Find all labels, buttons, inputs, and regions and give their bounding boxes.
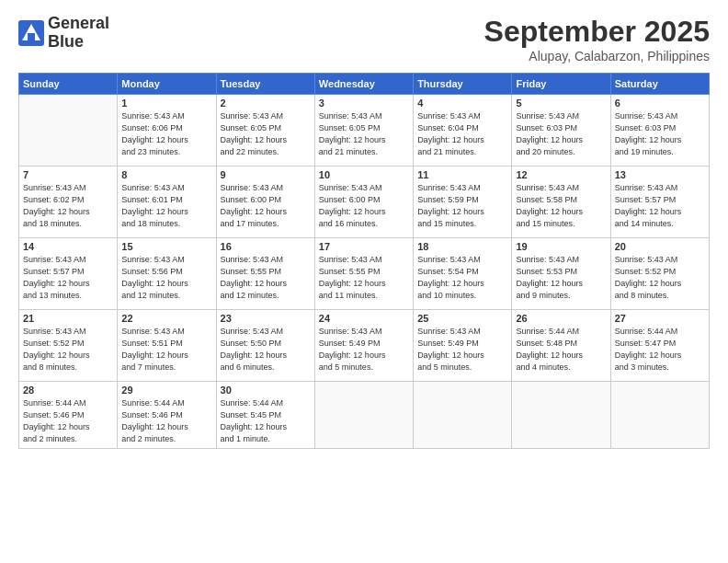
day-number: 20 xyxy=(615,241,705,252)
day-number: 29 xyxy=(121,385,211,396)
day-number: 30 xyxy=(221,385,311,396)
day-number: 4 xyxy=(417,98,507,109)
calendar-cell: 1Sunrise: 5:43 AM Sunset: 6:06 PM Daylig… xyxy=(118,95,216,167)
day-info: Sunrise: 5:43 AM Sunset: 5:57 PM Dayligh… xyxy=(23,254,113,302)
weekday-header-row: SundayMondayTuesdayWednesdayThursdayFrid… xyxy=(19,74,710,95)
day-number: 13 xyxy=(615,169,705,180)
calendar-cell: 3Sunrise: 5:43 AM Sunset: 6:05 PM Daylig… xyxy=(314,95,413,167)
weekday-header: Saturday xyxy=(610,74,709,95)
day-number: 2 xyxy=(221,98,311,109)
calendar-cell: 21Sunrise: 5:43 AM Sunset: 5:52 PM Dayli… xyxy=(19,310,118,382)
calendar-cell: 20Sunrise: 5:43 AM Sunset: 5:52 PM Dayli… xyxy=(610,238,709,310)
month-title: September 2025 xyxy=(484,15,710,49)
calendar-cell: 13Sunrise: 5:43 AM Sunset: 5:57 PM Dayli… xyxy=(610,167,709,238)
weekday-header: Wednesday xyxy=(314,74,413,95)
weekday-header: Friday xyxy=(512,74,610,95)
calendar-cell: 11Sunrise: 5:43 AM Sunset: 5:59 PM Dayli… xyxy=(414,167,512,238)
day-info: Sunrise: 5:44 AM Sunset: 5:46 PM Dayligh… xyxy=(23,397,113,445)
calendar-cell: 27Sunrise: 5:44 AM Sunset: 5:47 PM Dayli… xyxy=(610,310,709,382)
day-info: Sunrise: 5:44 AM Sunset: 5:46 PM Dayligh… xyxy=(121,397,211,445)
day-info: Sunrise: 5:43 AM Sunset: 5:49 PM Dayligh… xyxy=(319,326,409,373)
logo: General Blue xyxy=(18,15,109,52)
day-info: Sunrise: 5:43 AM Sunset: 6:06 PM Dayligh… xyxy=(121,110,211,158)
calendar-cell xyxy=(512,382,610,449)
day-info: Sunrise: 5:43 AM Sunset: 6:05 PM Dayligh… xyxy=(319,110,409,158)
calendar-table: SundayMondayTuesdayWednesdayThursdayFrid… xyxy=(18,73,710,449)
day-info: Sunrise: 5:44 AM Sunset: 5:45 PM Dayligh… xyxy=(221,397,311,445)
calendar-cell: 10Sunrise: 5:43 AM Sunset: 6:00 PM Dayli… xyxy=(314,167,413,238)
day-info: Sunrise: 5:43 AM Sunset: 5:59 PM Dayligh… xyxy=(417,182,507,230)
day-info: Sunrise: 5:43 AM Sunset: 5:56 PM Dayligh… xyxy=(121,254,211,302)
logo-text: General Blue xyxy=(48,15,109,52)
day-info: Sunrise: 5:43 AM Sunset: 5:50 PM Dayligh… xyxy=(221,326,311,373)
logo-icon xyxy=(18,20,44,46)
day-number: 12 xyxy=(516,169,606,180)
day-info: Sunrise: 5:43 AM Sunset: 6:00 PM Dayligh… xyxy=(221,182,311,230)
day-info: Sunrise: 5:43 AM Sunset: 5:55 PM Dayligh… xyxy=(221,254,311,302)
day-info: Sunrise: 5:43 AM Sunset: 5:57 PM Dayligh… xyxy=(615,182,705,230)
day-number: 25 xyxy=(417,313,507,324)
weekday-header: Monday xyxy=(118,74,216,95)
day-info: Sunrise: 5:43 AM Sunset: 6:03 PM Dayligh… xyxy=(615,110,705,158)
day-number: 21 xyxy=(23,313,113,324)
day-number: 26 xyxy=(516,313,606,324)
calendar-cell: 17Sunrise: 5:43 AM Sunset: 5:55 PM Dayli… xyxy=(314,238,413,310)
weekday-header: Sunday xyxy=(19,74,118,95)
calendar-cell: 26Sunrise: 5:44 AM Sunset: 5:48 PM Dayli… xyxy=(512,310,610,382)
day-info: Sunrise: 5:43 AM Sunset: 5:53 PM Dayligh… xyxy=(516,254,606,302)
calendar-cell: 5Sunrise: 5:43 AM Sunset: 6:03 PM Daylig… xyxy=(512,95,610,167)
day-number: 16 xyxy=(221,241,311,252)
day-number: 14 xyxy=(23,241,113,252)
day-info: Sunrise: 5:43 AM Sunset: 6:04 PM Dayligh… xyxy=(417,110,507,158)
calendar-cell: 16Sunrise: 5:43 AM Sunset: 5:55 PM Dayli… xyxy=(216,238,314,310)
day-info: Sunrise: 5:43 AM Sunset: 6:02 PM Dayligh… xyxy=(23,182,113,230)
day-number: 6 xyxy=(615,98,705,109)
title-block: September 2025 Alupay, Calabarzon, Phili… xyxy=(484,15,710,63)
calendar-cell: 22Sunrise: 5:43 AM Sunset: 5:51 PM Dayli… xyxy=(118,310,216,382)
calendar-week-row: 28Sunrise: 5:44 AM Sunset: 5:46 PM Dayli… xyxy=(19,382,710,449)
calendar-cell: 6Sunrise: 5:43 AM Sunset: 6:03 PM Daylig… xyxy=(610,95,709,167)
weekday-header: Tuesday xyxy=(216,74,314,95)
day-info: Sunrise: 5:43 AM Sunset: 5:55 PM Dayligh… xyxy=(319,254,409,302)
calendar-cell: 18Sunrise: 5:43 AM Sunset: 5:54 PM Dayli… xyxy=(414,238,512,310)
calendar-cell xyxy=(19,95,118,167)
day-info: Sunrise: 5:43 AM Sunset: 5:52 PM Dayligh… xyxy=(615,254,705,302)
day-info: Sunrise: 5:44 AM Sunset: 5:47 PM Dayligh… xyxy=(615,326,705,373)
location-title: Alupay, Calabarzon, Philippines xyxy=(484,49,710,63)
day-info: Sunrise: 5:43 AM Sunset: 6:00 PM Dayligh… xyxy=(319,182,409,230)
calendar-cell: 24Sunrise: 5:43 AM Sunset: 5:49 PM Dayli… xyxy=(314,310,413,382)
calendar-cell: 15Sunrise: 5:43 AM Sunset: 5:56 PM Dayli… xyxy=(118,238,216,310)
calendar-cell: 14Sunrise: 5:43 AM Sunset: 5:57 PM Dayli… xyxy=(19,238,118,310)
day-number: 17 xyxy=(319,241,409,252)
day-number: 19 xyxy=(516,241,606,252)
day-number: 5 xyxy=(516,98,606,109)
day-info: Sunrise: 5:43 AM Sunset: 6:03 PM Dayligh… xyxy=(516,110,606,158)
calendar-cell: 30Sunrise: 5:44 AM Sunset: 5:45 PM Dayli… xyxy=(216,382,314,449)
calendar-cell xyxy=(314,382,413,449)
day-info: Sunrise: 5:44 AM Sunset: 5:48 PM Dayligh… xyxy=(516,326,606,373)
day-number: 10 xyxy=(319,169,409,180)
day-number: 1 xyxy=(121,98,211,109)
calendar-cell: 12Sunrise: 5:43 AM Sunset: 5:58 PM Dayli… xyxy=(512,167,610,238)
calendar-cell xyxy=(610,382,709,449)
day-number: 22 xyxy=(121,313,211,324)
day-number: 27 xyxy=(615,313,705,324)
calendar-cell: 7Sunrise: 5:43 AM Sunset: 6:02 PM Daylig… xyxy=(19,167,118,238)
calendar-cell: 19Sunrise: 5:43 AM Sunset: 5:53 PM Dayli… xyxy=(512,238,610,310)
day-number: 23 xyxy=(221,313,311,324)
calendar-cell: 28Sunrise: 5:44 AM Sunset: 5:46 PM Dayli… xyxy=(19,382,118,449)
day-number: 28 xyxy=(23,385,113,396)
calendar-week-row: 21Sunrise: 5:43 AM Sunset: 5:52 PM Dayli… xyxy=(19,310,710,382)
calendar-cell xyxy=(414,382,512,449)
day-number: 7 xyxy=(23,169,113,180)
day-info: Sunrise: 5:43 AM Sunset: 6:05 PM Dayligh… xyxy=(221,110,311,158)
calendar-week-row: 7Sunrise: 5:43 AM Sunset: 6:02 PM Daylig… xyxy=(19,167,710,238)
calendar-cell: 2Sunrise: 5:43 AM Sunset: 6:05 PM Daylig… xyxy=(216,95,314,167)
day-info: Sunrise: 5:43 AM Sunset: 6:01 PM Dayligh… xyxy=(121,182,211,230)
weekday-header: Thursday xyxy=(414,74,512,95)
day-number: 9 xyxy=(221,169,311,180)
day-number: 15 xyxy=(121,241,211,252)
day-info: Sunrise: 5:43 AM Sunset: 5:54 PM Dayligh… xyxy=(417,254,507,302)
calendar-week-row: 14Sunrise: 5:43 AM Sunset: 5:57 PM Dayli… xyxy=(19,238,710,310)
day-info: Sunrise: 5:43 AM Sunset: 5:58 PM Dayligh… xyxy=(516,182,606,230)
